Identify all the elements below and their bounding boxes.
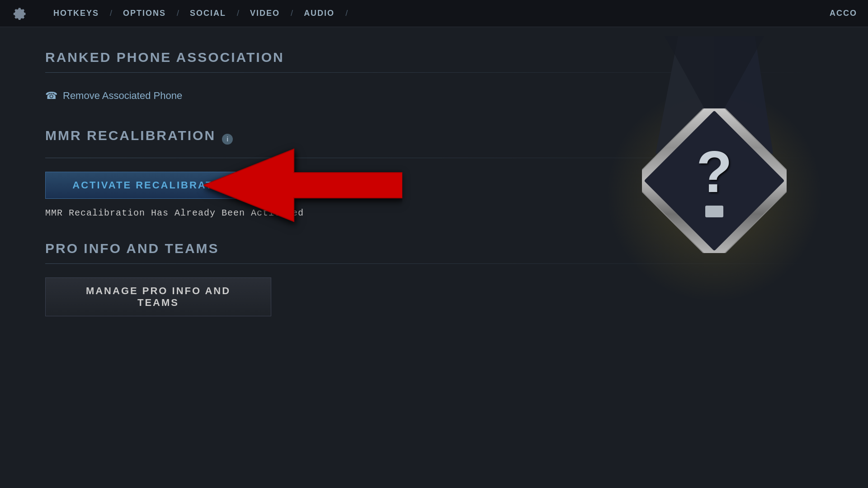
nav-options[interactable]: OPTIONS (112, 9, 177, 18)
remove-phone-label: Remove Associated Phone (63, 90, 182, 102)
nav-audio[interactable]: AUDIO (293, 9, 345, 18)
red-arrow (203, 140, 402, 232)
nav-account[interactable]: ACCO (819, 9, 868, 18)
medal-badge-svg: ? (642, 108, 787, 253)
gear-icon[interactable] (9, 4, 29, 23)
medal-container: ? (597, 36, 832, 352)
nav-bar: HOTKEYS / OPTIONS / SOCIAL / VIDEO / AUD… (0, 0, 868, 27)
svg-marker-7 (203, 149, 402, 221)
phone-icon: ☎ (45, 90, 57, 102)
nav-sep-5: / (345, 9, 348, 18)
nav-social[interactable]: SOCIAL (179, 9, 237, 18)
svg-rect-6 (705, 206, 723, 217)
arrow-svg (203, 140, 402, 230)
manage-pro-info-button[interactable]: MANAGE PRO INFO AND TEAMS (45, 277, 271, 316)
nav-items: HOTKEYS / OPTIONS / SOCIAL / VIDEO / AUD… (42, 9, 859, 18)
mmr-section-title: MMR RECALIBRATION (45, 128, 216, 143)
svg-text:?: ? (696, 139, 732, 205)
nav-hotkeys[interactable]: HOTKEYS (42, 9, 110, 18)
nav-video[interactable]: VIDEO (239, 9, 291, 18)
